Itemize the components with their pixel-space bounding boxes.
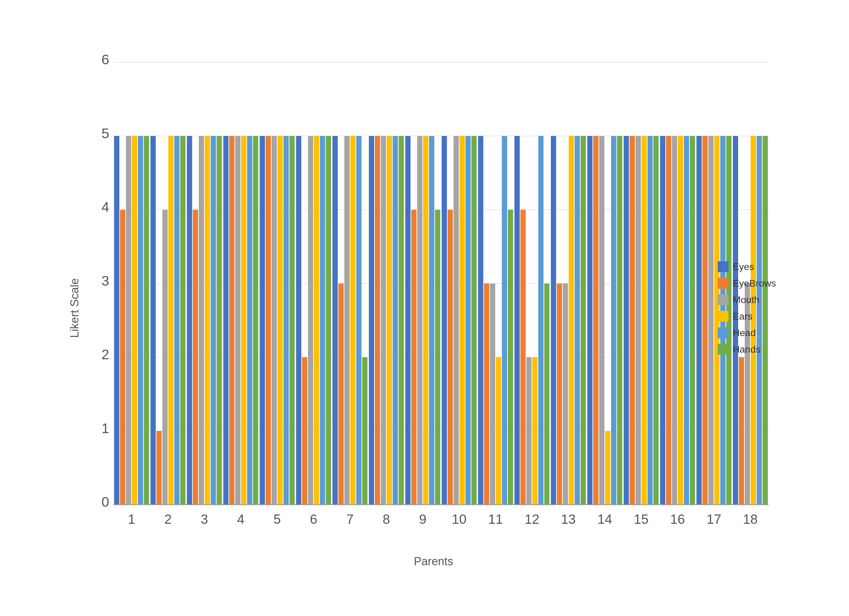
svg-rect-71 (411, 210, 416, 504)
svg-text:2: 2 (101, 347, 109, 362)
svg-text:7: 7 (346, 512, 354, 527)
svg-rect-113 (630, 136, 635, 504)
svg-rect-78 (448, 210, 453, 504)
svg-rect-47 (289, 136, 294, 504)
svg-rect-107 (599, 136, 604, 504)
legend-item: Hands (718, 344, 776, 355)
svg-rect-60 (356, 136, 361, 504)
svg-rect-51 (308, 136, 313, 504)
svg-rect-33 (217, 136, 222, 504)
svg-rect-117 (654, 136, 658, 504)
svg-rect-14 (114, 136, 119, 504)
svg-rect-84 (478, 136, 483, 504)
svg-rect-64 (375, 136, 380, 504)
svg-rect-134 (739, 357, 744, 504)
svg-text:10: 10 (452, 512, 466, 527)
svg-rect-58 (344, 136, 349, 504)
svg-rect-103 (581, 136, 586, 504)
svg-rect-82 (471, 136, 477, 504)
svg-rect-94 (532, 357, 538, 504)
legend-label: Ears (733, 311, 752, 322)
svg-rect-18 (138, 136, 143, 504)
chart-wrapper: Likert Scale 012345612345678910111213141… (64, 45, 785, 571)
y-axis-label: Likert Scale (64, 45, 82, 571)
svg-text:1: 1 (101, 420, 109, 436)
svg-text:4: 4 (237, 512, 244, 527)
svg-text:6: 6 (101, 52, 109, 67)
svg-rect-102 (575, 136, 580, 504)
svg-text:12: 12 (524, 512, 539, 527)
svg-rect-75 (435, 210, 440, 504)
svg-text:17: 17 (707, 512, 721, 527)
svg-rect-39 (247, 136, 252, 504)
svg-rect-108 (605, 431, 610, 504)
legend-item: Head (718, 327, 776, 338)
legend-item: Eyes (718, 261, 776, 272)
svg-text:16: 16 (670, 512, 685, 527)
svg-text:13: 13 (561, 512, 576, 527)
svg-rect-40 (253, 136, 258, 504)
svg-rect-66 (387, 136, 392, 504)
svg-rect-31 (205, 136, 210, 504)
svg-rect-57 (338, 283, 343, 504)
svg-rect-88 (502, 136, 507, 504)
svg-rect-25 (174, 136, 179, 504)
svg-rect-110 (617, 136, 622, 504)
svg-rect-59 (350, 136, 355, 504)
legend: Eyes EyeBrows Mouth Ears Head Hands (709, 252, 785, 364)
svg-rect-63 (369, 136, 374, 504)
svg-rect-15 (120, 210, 125, 504)
svg-rect-92 (520, 210, 526, 504)
plot-area: 0123456123456789101112131415161718 (82, 45, 779, 546)
svg-rect-67 (393, 136, 398, 504)
svg-rect-112 (624, 136, 629, 504)
legend-swatch (718, 278, 728, 289)
svg-text:1: 1 (128, 512, 136, 527)
svg-rect-105 (587, 136, 593, 504)
svg-text:0: 0 (101, 494, 109, 510)
svg-rect-85 (484, 283, 489, 504)
svg-rect-122 (678, 136, 683, 504)
svg-rect-79 (454, 136, 459, 504)
svg-rect-72 (417, 136, 422, 504)
svg-rect-98 (551, 136, 556, 504)
svg-rect-114 (636, 136, 641, 504)
svg-rect-123 (684, 136, 689, 504)
legend-swatch (718, 294, 728, 305)
svg-text:5: 5 (273, 512, 281, 527)
svg-rect-126 (696, 136, 702, 504)
chart-area: Likert Scale 012345612345678910111213141… (64, 45, 785, 571)
svg-rect-46 (284, 136, 289, 504)
svg-rect-56 (332, 136, 338, 504)
svg-rect-127 (702, 136, 708, 504)
svg-rect-73 (423, 136, 428, 504)
svg-rect-80 (460, 136, 465, 504)
svg-rect-77 (442, 136, 447, 504)
svg-rect-29 (193, 210, 198, 504)
svg-rect-101 (569, 136, 574, 504)
svg-rect-45 (278, 136, 283, 504)
legend-item: EyeBrows (718, 278, 776, 289)
legend-item: Ears (718, 311, 776, 322)
svg-rect-35 (223, 136, 228, 504)
svg-rect-22 (156, 431, 162, 504)
svg-rect-124 (690, 136, 695, 504)
legend-label: EyeBrows (733, 278, 776, 289)
legend-swatch (718, 311, 728, 322)
svg-rect-38 (241, 136, 246, 504)
svg-rect-70 (405, 136, 410, 504)
svg-text:3: 3 (201, 512, 208, 527)
chart-inner: 0123456123456789101112131415161718 Paren… (82, 45, 785, 571)
svg-rect-49 (296, 136, 301, 504)
svg-rect-26 (180, 136, 185, 504)
svg-rect-37 (235, 136, 240, 504)
svg-rect-30 (199, 136, 204, 504)
svg-rect-19 (144, 136, 149, 504)
svg-rect-100 (563, 283, 568, 504)
svg-text:6: 6 (310, 512, 317, 527)
legend-label: Eyes (733, 261, 754, 272)
legend-item: Mouth (718, 294, 776, 305)
svg-rect-53 (320, 136, 325, 504)
legend-swatch (718, 344, 728, 355)
svg-text:11: 11 (488, 512, 503, 527)
